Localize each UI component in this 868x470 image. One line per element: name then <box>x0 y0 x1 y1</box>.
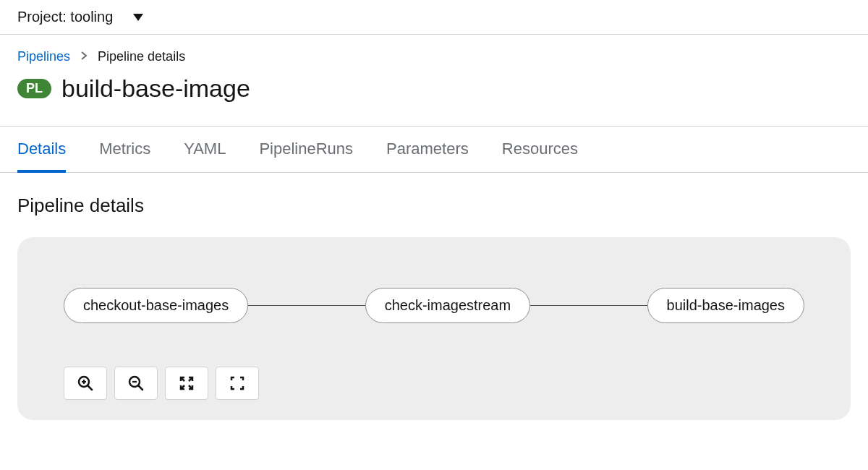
pipeline-node[interactable]: checkout-base-images <box>64 288 248 323</box>
chevron-right-icon <box>80 49 88 64</box>
tab-pipelineruns[interactable]: PipelineRuns <box>259 127 353 173</box>
breadcrumb: Pipelines Pipeline details <box>0 35 868 72</box>
svg-line-2 <box>88 385 92 390</box>
section-pipeline-details: Pipeline details checkout-base-images ch… <box>0 173 868 442</box>
graph-toolbar <box>64 367 804 400</box>
fit-icon <box>179 375 195 391</box>
tab-details[interactable]: Details <box>17 127 66 173</box>
page-header: PL build-base-image <box>0 72 868 126</box>
zoom-out-icon <box>128 375 144 391</box>
zoom-in-icon <box>77 375 93 391</box>
section-title: Pipeline details <box>17 195 851 217</box>
breadcrumb-current: Pipeline details <box>98 49 185 64</box>
pipeline-edge <box>530 305 647 306</box>
project-selector[interactable]: Project: tooling <box>0 0 868 35</box>
project-selector-label: Project: tooling <box>17 9 113 25</box>
tab-yaml[interactable]: YAML <box>184 127 226 173</box>
tabs: Details Metrics YAML PipelineRuns Parame… <box>0 126 868 173</box>
svg-marker-0 <box>133 14 143 21</box>
tab-parameters[interactable]: Parameters <box>386 127 469 173</box>
fit-to-screen-button[interactable] <box>165 367 208 400</box>
tab-resources[interactable]: Resources <box>502 127 578 173</box>
breadcrumb-link-pipelines[interactable]: Pipelines <box>17 49 70 64</box>
zoom-in-button[interactable] <box>64 367 107 400</box>
page-title: build-base-image <box>61 74 250 103</box>
fullscreen-button[interactable] <box>216 367 259 400</box>
fullscreen-icon <box>230 376 244 390</box>
pipeline-graph-panel: checkout-base-images check-imagestream b… <box>17 237 851 420</box>
pipeline-node[interactable]: check-imagestream <box>365 288 531 323</box>
zoom-out-button[interactable] <box>114 367 158 400</box>
pipeline-node[interactable]: build-base-images <box>647 288 804 323</box>
caret-down-icon <box>133 11 143 24</box>
pipeline-graph: checkout-base-images check-imagestream b… <box>64 288 804 323</box>
pipeline-badge: PL <box>17 79 51 98</box>
tab-metrics[interactable]: Metrics <box>99 127 150 173</box>
pipeline-edge <box>248 305 365 306</box>
svg-line-6 <box>138 385 142 390</box>
